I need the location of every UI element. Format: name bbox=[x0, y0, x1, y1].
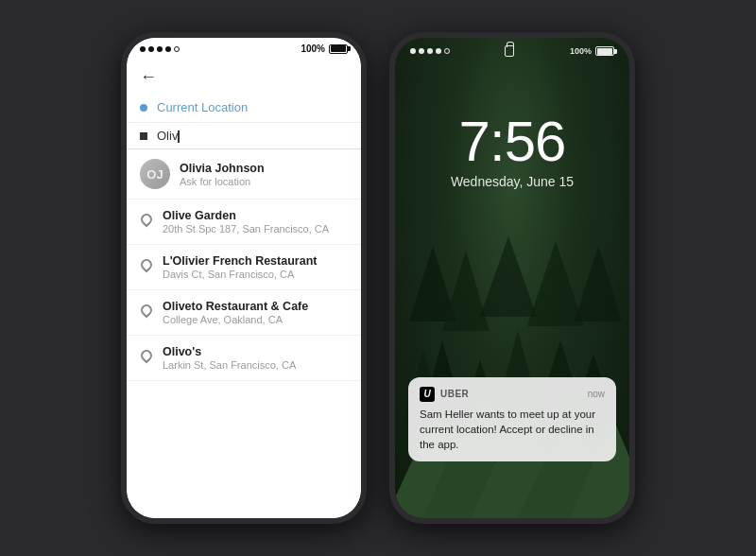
notif-body: Sam Heller wants to meet up at your curr… bbox=[420, 407, 605, 452]
svg-marker-18 bbox=[480, 236, 537, 317]
result-sub-1: 20th St Spc 187, San Francisco, CA bbox=[163, 223, 348, 235]
current-location-row[interactable]: Current Location bbox=[127, 93, 361, 123]
pin-icon-2 bbox=[140, 259, 153, 276]
back-arrow-icon[interactable]: ← bbox=[140, 67, 157, 86]
search-square-icon bbox=[140, 132, 147, 140]
lock-dot-4 bbox=[436, 48, 441, 54]
lock-screen: 100% 7:56 Wednesday, June 15 U UBER now bbox=[395, 38, 629, 518]
svg-marker-19 bbox=[527, 241, 584, 326]
uber-icon: U bbox=[420, 387, 435, 402]
result-sub-3: College Ave, Oakland, CA bbox=[163, 314, 348, 325]
result-sub-0: Ask for location bbox=[180, 176, 348, 187]
lock-battery-percent: 100% bbox=[570, 46, 592, 56]
notification-card[interactable]: U UBER now Sam Heller wants to meet up a… bbox=[408, 377, 616, 461]
avatar: OJ bbox=[140, 159, 170, 189]
dot-1 bbox=[140, 46, 146, 52]
result-sub-4: Larkin St, San Francisco, CA bbox=[163, 359, 348, 371]
lock-date: Wednesday, June 15 bbox=[395, 174, 629, 189]
list-item[interactable]: Olive Garden 20th St Spc 187, San Franci… bbox=[127, 200, 361, 245]
result-text-1: Olive Garden 20th St Spc 187, San Franci… bbox=[163, 209, 348, 235]
list-item[interactable]: Oliveto Restaurant & Cafe College Ave, O… bbox=[127, 290, 361, 336]
lock-icon-area bbox=[505, 45, 514, 57]
result-text-4: Olivo's Larkin St, San Francisco, CA bbox=[163, 345, 348, 371]
dot-2 bbox=[148, 46, 154, 52]
lock-icon bbox=[505, 45, 514, 57]
search-text: Oliv bbox=[157, 129, 178, 143]
lock-signal-dots bbox=[410, 48, 450, 54]
battery-icon bbox=[329, 44, 348, 54]
notif-time: now bbox=[588, 389, 605, 399]
lock-time: 7:56 bbox=[395, 113, 629, 170]
lock-battery-fill bbox=[597, 48, 612, 55]
list-item[interactable]: Olivo's Larkin St, San Francisco, CA bbox=[127, 336, 361, 381]
result-name-3: Oliveto Restaurant & Cafe bbox=[163, 300, 348, 313]
lock-dot-1 bbox=[410, 48, 416, 54]
result-name-1: Olive Garden bbox=[163, 209, 348, 222]
result-name-0: Olivia Johnson bbox=[180, 162, 348, 175]
search-row[interactable]: Oliv bbox=[127, 123, 361, 149]
back-button-area[interactable]: ← bbox=[127, 58, 361, 93]
dot-5 bbox=[174, 46, 180, 52]
time-area: 7:56 Wednesday, June 15 bbox=[395, 113, 629, 189]
location-dot-icon bbox=[140, 104, 147, 112]
left-phone: 100% ← Current Location Oliv bbox=[121, 32, 367, 524]
battery-fill bbox=[331, 45, 346, 52]
result-text-2: L'Olivier French Restaurant Davis Ct, Sa… bbox=[163, 254, 348, 280]
svg-marker-20 bbox=[575, 246, 622, 321]
pin-icon-1 bbox=[140, 214, 153, 231]
lock-dot-2 bbox=[419, 48, 424, 54]
battery-percent: 100% bbox=[301, 43, 325, 54]
notif-app-name: UBER bbox=[440, 389, 469, 399]
dot-3 bbox=[157, 46, 163, 52]
result-sub-2: Davis Ct, San Francisco, CA bbox=[163, 269, 348, 280]
result-name-2: L'Olivier French Restaurant bbox=[163, 254, 348, 268]
search-results: OJ Olivia Johnson Ask for location Olive… bbox=[127, 149, 361, 518]
lock-dot-3 bbox=[427, 48, 433, 54]
signal-dots bbox=[140, 46, 180, 52]
avatar-image: OJ bbox=[140, 159, 170, 189]
pin-icon-4 bbox=[140, 350, 153, 367]
result-text-3: Oliveto Restaurant & Cafe College Ave, O… bbox=[163, 300, 348, 325]
dot-4 bbox=[165, 46, 171, 52]
lock-battery-icon bbox=[595, 46, 614, 56]
list-item[interactable]: OJ Olivia Johnson Ask for location bbox=[127, 149, 361, 200]
pin-icon-3 bbox=[140, 304, 153, 321]
lock-dot-5 bbox=[444, 48, 450, 54]
list-item[interactable]: L'Olivier French Restaurant Davis Ct, Sa… bbox=[127, 245, 361, 290]
lock-battery-group: 100% bbox=[570, 46, 614, 56]
result-text-0: Olivia Johnson Ask for location bbox=[180, 162, 348, 187]
lock-status-bar: 100% bbox=[395, 38, 629, 61]
result-name-4: Olivo's bbox=[163, 345, 348, 358]
current-location-label: Current Location bbox=[157, 100, 248, 114]
status-bar-left: 100% bbox=[127, 38, 361, 58]
notif-app-row: U UBER bbox=[420, 387, 469, 402]
text-cursor bbox=[178, 130, 180, 143]
search-input[interactable]: Oliv bbox=[157, 129, 348, 143]
battery-area: 100% bbox=[301, 43, 348, 54]
uber-logo-text: U bbox=[423, 389, 430, 399]
svg-marker-17 bbox=[442, 251, 490, 331]
right-phone: 100% 7:56 Wednesday, June 15 U UBER now bbox=[389, 32, 635, 524]
notification-header: U UBER now bbox=[420, 387, 605, 402]
